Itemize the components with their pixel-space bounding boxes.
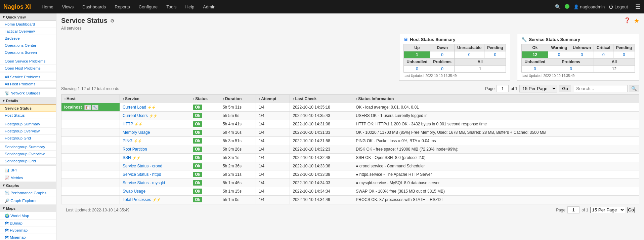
sidebar-item-graph-explorer[interactable]: 🔎 Graph Explorer	[0, 197, 56, 205]
sidebar-item-bpi[interactable]: 📊 BPI	[0, 166, 56, 174]
service-icon[interactable]: ⚡⚡	[147, 106, 156, 109]
go-button-bottom[interactable]: Go	[627, 207, 635, 213]
svc-critical-val[interactable]: 0	[594, 51, 613, 58]
cell-status: Ok	[190, 120, 220, 128]
sidebar-item-metrics[interactable]: 📈 Metrics	[0, 174, 56, 182]
sidebar-item-minemap[interactable]: 🗺 Minemap	[0, 234, 56, 240]
col-attempt[interactable]: ↕Attempt	[256, 95, 290, 103]
nav-reports[interactable]: Reports	[111, 0, 134, 13]
svc-unhandled-val[interactable]: 0	[522, 66, 548, 73]
search-icon[interactable]: 🔍	[555, 4, 561, 9]
service-link[interactable]: Total Processes	[123, 197, 151, 202]
svc-ok-val[interactable]: 12	[522, 51, 548, 58]
sidebar-item-operations-center[interactable]: Operations Center	[0, 42, 56, 49]
graphs-header[interactable]: ▾ Graphs	[0, 182, 56, 189]
service-icon[interactable]: ⚡⚡	[134, 122, 142, 126]
service-link[interactable]: Root Partition	[123, 147, 147, 152]
maps-header[interactable]: ▾ Maps	[0, 205, 56, 212]
sidebar-item-bbmap[interactable]: 🗺 BBmap	[0, 220, 56, 227]
go-button-top[interactable]: Go	[559, 85, 571, 92]
host-icon-1[interactable]: 📋	[84, 105, 91, 110]
nav-views[interactable]: Views	[58, 0, 78, 13]
sidebar-item-servicegroup-overview[interactable]: Servicegroup Overview	[0, 151, 56, 158]
sidebar-item-service-status[interactable]: Service Status	[0, 105, 56, 112]
svc-pending-val[interactable]: 0	[613, 51, 635, 58]
service-icon[interactable]: ⚡⚡	[149, 114, 157, 118]
service-link[interactable]: PING	[123, 138, 132, 143]
favorite-icon[interactable]: ★	[634, 17, 639, 25]
per-page-select-top[interactable]: 15 Per Page 25 Per Page 50 Per Page 100 …	[519, 85, 557, 92]
sidebar-item-all-host-problems[interactable]: All Host Problems	[0, 81, 56, 88]
col-host[interactable]: ↕Host	[61, 95, 120, 103]
sidebar-item-all-service-problems[interactable]: All Service Problems	[0, 74, 56, 81]
host-up-val[interactable]: 1	[404, 51, 430, 58]
col-last-check[interactable]: ↕Last Check	[290, 95, 353, 103]
help-icon[interactable]: ❓	[624, 17, 631, 25]
quick-view-header[interactable]: ▾ Quick View	[0, 13, 56, 21]
sidebar-item-network-outages[interactable]: 📡 Network Outages	[0, 89, 56, 97]
col-duration[interactable]: ↕Duration	[220, 95, 256, 103]
nav-dashboards[interactable]: Dashboards	[78, 0, 110, 13]
nav-admin[interactable]: Admin	[199, 0, 219, 13]
per-page-select-bottom[interactable]: 15 Per Page 25 Per Page 50 Per Page 100 …	[590, 207, 625, 213]
svc-problems-val[interactable]: 0	[548, 66, 594, 73]
sidebar-item-tactical-overview[interactable]: Tactical Overview	[0, 28, 56, 35]
sidebar-item-open-service-problems[interactable]: Open Service Problems	[0, 58, 56, 65]
sidebar-item-hypermap[interactable]: 🗺 Hypermap	[0, 227, 56, 234]
page-input-top[interactable]	[497, 85, 509, 92]
nav-tools[interactable]: Tools	[162, 0, 180, 13]
service-link[interactable]: Service Status - httpd	[123, 172, 161, 177]
nav-configure[interactable]: Configure	[135, 0, 162, 13]
sidebar-item-servicegroup-summary[interactable]: Servicegroup Summary	[0, 144, 56, 151]
service-link[interactable]: Current Users	[123, 113, 148, 118]
service-link[interactable]: Service Status - mysqld	[123, 181, 165, 185]
svc-all-val[interactable]: 12	[594, 66, 635, 73]
sidebar-item-open-host-problems[interactable]: Open Host Problems	[0, 65, 56, 72]
host-link[interactable]: localhost	[64, 105, 82, 110]
service-link[interactable]: Service Status - crond	[123, 164, 162, 168]
sidebar-item-hostgroup-grid[interactable]: Hostgroup Grid	[0, 135, 56, 142]
search-input[interactable]	[574, 85, 628, 92]
host-unhandled-val[interactable]: 0	[404, 66, 430, 73]
cell-status: Ok	[190, 128, 220, 137]
sidebar-item-perf-graphs[interactable]: 📉 Performance Graphs	[0, 189, 56, 197]
user-menu[interactable]: 👤 nagiosadmin	[573, 4, 605, 9]
settings-icon[interactable]: ⚙	[110, 18, 115, 24]
nav-home[interactable]: Home	[38, 0, 57, 13]
col-info[interactable]: ↕Status Information	[353, 95, 639, 103]
host-icon-2[interactable]: 🔧	[92, 105, 98, 110]
page-input-bottom[interactable]	[567, 206, 579, 213]
svc-unknown-val[interactable]: 0	[570, 51, 594, 58]
service-icon[interactable]: ⚡⚡	[153, 198, 161, 202]
col-service[interactable]: ↕Service	[120, 95, 190, 103]
search-button[interactable]: 🔍	[629, 85, 639, 92]
sidebar-item-home-dashboard[interactable]: Home Dashboard	[0, 21, 56, 28]
service-link[interactable]: SSH	[123, 155, 131, 160]
logo[interactable]: Nagios XI	[3, 3, 31, 10]
logout-button[interactable]: ⏻ Logout	[609, 4, 628, 9]
nav-help[interactable]: Help	[181, 0, 199, 13]
sidebar-item-servicegroup-grid[interactable]: Servicegroup Grid	[0, 158, 56, 165]
service-icon[interactable]: ⚡⚡	[134, 139, 142, 143]
service-link[interactable]: Memory Usage	[123, 130, 150, 135]
service-link[interactable]: Swap Usage	[123, 189, 145, 194]
sidebar-item-host-status[interactable]: Host Status	[0, 112, 56, 119]
sidebar-item-operations-screen[interactable]: Operations Screen	[0, 49, 56, 56]
service-icon[interactable]: ⚡⚡	[132, 156, 140, 160]
svc-warning-val[interactable]: 0	[548, 51, 570, 58]
service-link[interactable]: Current Load	[123, 105, 146, 110]
cell-service: Service Status - crond	[120, 162, 190, 170]
host-problems-val[interactable]: 0	[430, 66, 455, 73]
details-header[interactable]: ▾ Details	[0, 97, 56, 105]
sidebar-item-birdseye[interactable]: Birdseye	[0, 35, 56, 42]
host-pending-val[interactable]: 0	[484, 51, 506, 58]
host-all-val[interactable]: 1	[455, 66, 506, 73]
sidebar-item-hostgroup-overview[interactable]: Hostgroup Overview	[0, 128, 56, 135]
host-down-val[interactable]: 0	[430, 51, 455, 58]
sidebar-item-world-map[interactable]: 🌍 World Map	[0, 212, 56, 220]
hamburger-menu[interactable]: ☰	[635, 3, 641, 10]
host-unreachable-val[interactable]: 0	[455, 51, 484, 58]
service-link[interactable]: HTTP	[123, 122, 133, 126]
col-status[interactable]: ↕Status	[190, 95, 220, 103]
sidebar-item-hostgroup-summary[interactable]: Hostgroup Summary	[0, 121, 56, 128]
